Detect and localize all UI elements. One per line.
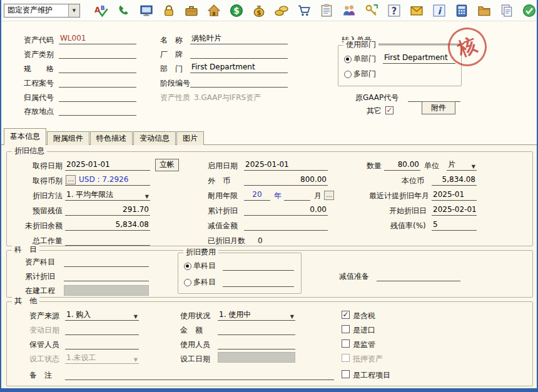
supervise-checkbox[interactable] [342,339,350,348]
project-item-checkbox[interactable] [342,370,350,378]
stage-no-field[interactable] [190,77,288,88]
amount-field[interactable] [218,324,295,335]
cart-icon[interactable] [297,3,312,18]
multi-dept-radio[interactable] [344,71,352,78]
unit-combo[interactable]: 片 [447,160,477,171]
usage-combo[interactable]: 1. 使用中 [218,310,295,321]
module-select[interactable]: 固定资产维护 ▼ [4,4,80,18]
salvage-rate-field[interactable]: 5 [432,220,477,231]
other-checkbox[interactable] [385,106,393,114]
currency-field[interactable]: USD : 7.2926 [65,175,150,186]
phone-icon[interactable] [116,3,131,18]
dept-field[interactable]: First Department [190,63,288,73]
import-checkbox[interactable] [342,325,350,333]
impair-reserve-field[interactable] [377,271,460,281]
dep-method-combo[interactable]: 1. 平均年限法 [65,190,150,201]
toolbar-icons: AB $ $ ? i [94,3,537,18]
usage-dropdown-arrow-icon[interactable] [290,312,294,321]
project-no-field[interactable] [59,77,136,88]
undep-balance-field[interactable]: 5,834.08 [65,220,150,231]
belong-code-field[interactable] [59,91,136,102]
dep-method-value: 1. 平均年限法 [66,190,113,199]
dep-start-field[interactable]: 2025-02-01 [432,205,477,216]
spellcheck-icon[interactable]: AB [94,3,109,18]
life-lookup-button[interactable] [324,191,334,200]
salvage-field[interactable]: 291.70 [65,205,150,216]
copy-icon[interactable] [499,3,514,18]
chevron-down-icon[interactable]: ▼ [68,4,79,17]
single-dept-radio[interactable] [344,56,352,63]
last-dep-ym-field[interactable]: 2025-01 [432,190,477,201]
life-months-field[interactable] [284,190,310,201]
name-field[interactable]: 涡轮叶片 [190,34,288,44]
tab-change-info[interactable]: 变动信息 [133,131,176,145]
info-icon[interactable]: i [432,3,447,18]
currency-lookup-button[interactable] [66,175,76,184]
key-icon[interactable] [364,3,379,18]
unit-dropdown-arrow-icon[interactable] [472,162,475,171]
moneybag-icon[interactable]: $ [251,3,266,18]
tab-picture[interactable]: 图片 [176,131,204,145]
dep-method-dropdown-arrow-icon[interactable] [145,192,149,201]
impair-amt-field[interactable] [244,220,328,231]
location-field[interactable] [59,105,136,116]
gaap-code-label: 原GAAP代号 [355,93,398,103]
asset-subject-field[interactable] [64,256,149,267]
single-subject-radio[interactable] [184,263,191,270]
source-dropdown-arrow-icon[interactable] [134,312,138,321]
coins-icon[interactable] [274,3,289,18]
asset-code-label: 资产代码 [24,36,54,45]
multi-subject-radio[interactable] [184,279,191,286]
workload-field[interactable] [65,235,150,246]
remark-field[interactable] [65,369,334,380]
multi-subject-field[interactable] [223,276,294,287]
acc-dep-subject-field[interactable] [64,271,149,281]
help-icon[interactable]: ? [387,3,402,18]
single-dept-field[interactable]: First Department [383,53,455,64]
single-subject-field[interactable] [223,260,294,271]
foreign-amt-field[interactable]: 800.00 [244,175,328,186]
clipboard-icon[interactable] [319,3,334,18]
qty-field[interactable]: 80.00 [384,160,420,171]
change-date-field[interactable] [65,324,139,335]
gaap-code-field[interactable] [408,91,460,102]
tab-basic-info[interactable]: 基本信息 [4,128,46,145]
asset-type-label: 资产类别 [24,50,54,59]
spec-field[interactable] [59,63,136,73]
acquire-date-field[interactable]: 2025-01-01 [65,160,150,171]
post-account-button[interactable]: 立帐 [155,159,179,171]
tax-included-checkbox[interactable] [342,311,350,319]
attachment-button[interactable]: 附件 [422,101,455,114]
asset-code-field[interactable]: WL001 [59,34,136,44]
dollar-circle-icon[interactable]: $ [229,3,244,18]
build-date-field-disabled [218,352,295,363]
life-year-unit-label: 年 [274,191,282,201]
currency-value: USD : 7.2926 [79,175,128,184]
calculator-icon[interactable] [454,3,469,18]
import-label: 是进口 [353,326,375,335]
user-field[interactable] [218,339,295,349]
life-years-field[interactable]: 20 [244,190,270,201]
acquire-date-label: 取得日期 [33,161,63,171]
tab-attached-components[interactable]: 附属组件 [47,131,89,145]
check-circle-icon[interactable] [522,3,537,18]
users-icon[interactable] [342,3,357,18]
local-amt-field[interactable]: 5,834.08 [432,175,477,186]
acc-dep-field[interactable]: 0.00 [244,205,328,216]
custodian-field[interactable] [65,339,139,349]
briefcase-icon[interactable] [184,3,199,18]
build-status-combo-disabled: 1.未设工 [65,353,139,364]
mail-icon[interactable] [409,3,424,18]
asset-type-field[interactable] [59,48,136,59]
folder-icon[interactable] [477,3,492,18]
start-date-field[interactable]: 2025-01-01 [244,160,328,171]
name-label: 名 称 [160,36,183,45]
unit-value: 片 [448,160,455,169]
lock-icon[interactable] [161,3,176,18]
monitor-icon[interactable] [139,3,154,18]
tab-feature-description[interactable]: 特色描述 [90,131,133,145]
spec-label: 规 格 [24,64,54,74]
source-combo[interactable]: 1. 购入 [65,310,139,321]
home-icon[interactable] [206,3,221,18]
brand-field[interactable] [190,48,288,59]
